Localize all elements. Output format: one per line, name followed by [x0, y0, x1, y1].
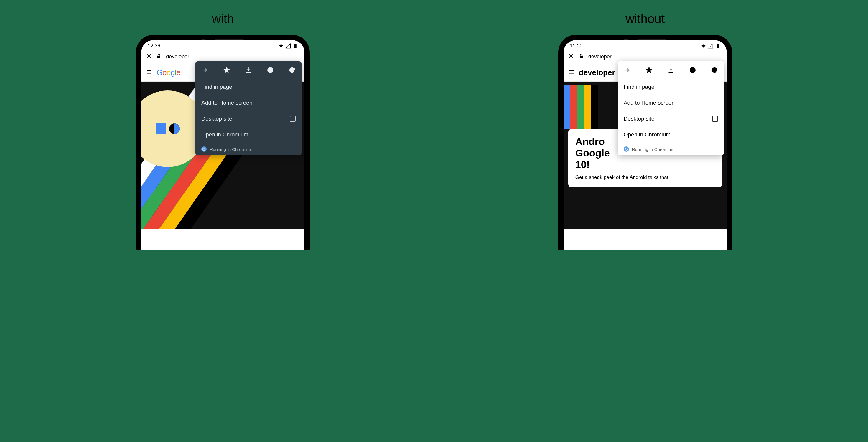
menu-add-home[interactable]: Add to Home screen: [195, 95, 302, 111]
menu-find-in-page[interactable]: Find in page: [195, 79, 302, 95]
svg-rect-5: [717, 44, 718, 44]
status-bar: 11:20: [563, 40, 727, 51]
desktop-site-checkbox[interactable]: [712, 116, 718, 122]
url-text[interactable]: developer: [166, 54, 189, 60]
clock: 11:20: [570, 43, 583, 49]
lock-icon: [578, 53, 584, 60]
menu-footer: Running in Chromium: [195, 143, 302, 155]
caption-with: with: [212, 12, 234, 26]
chromium-icon: [624, 147, 629, 152]
overflow-menu: Find in page Add to Home screen Desktop …: [618, 61, 724, 155]
signal-icon: [708, 43, 713, 49]
wifi-icon: [279, 43, 284, 49]
developers-logo: developer: [579, 68, 615, 77]
svg-rect-4: [716, 44, 719, 48]
menu-open-chromium[interactable]: Open in Chromium: [195, 127, 302, 143]
signal-icon: [286, 43, 291, 49]
phone-frame-right: 11:20 developer developer AndroGoogl: [558, 35, 732, 250]
hamburger-icon[interactable]: [568, 69, 575, 76]
caption-without: without: [625, 12, 664, 26]
menu-open-chromium[interactable]: Open in Chromium: [618, 127, 724, 143]
svg-rect-0: [294, 44, 297, 48]
forward-button[interactable]: [201, 66, 209, 74]
overflow-menu: Find in page Add to Home screen Desktop …: [195, 61, 302, 155]
forward-button[interactable]: [623, 66, 631, 74]
url-text[interactable]: developer: [588, 54, 612, 60]
desktop-site-checkbox[interactable]: [290, 116, 296, 122]
download-button[interactable]: [244, 66, 253, 74]
hero-subtitle: Get a sneak peek of the Android talks th…: [575, 175, 715, 180]
menu-footer: Running in Chromium: [618, 143, 724, 155]
menu-find-in-page[interactable]: Find in page: [618, 79, 724, 95]
download-button[interactable]: [667, 66, 675, 74]
status-bar: 12:36: [141, 40, 305, 51]
bookmark-button[interactable]: [645, 66, 653, 74]
battery-icon: [293, 43, 298, 49]
reload-button[interactable]: [710, 66, 719, 74]
clock: 12:36: [148, 43, 160, 49]
svg-rect-1: [295, 44, 296, 44]
battery-icon: [715, 43, 720, 49]
close-button[interactable]: [568, 53, 574, 60]
close-button[interactable]: [146, 53, 152, 60]
info-button[interactable]: [688, 66, 697, 74]
bookmark-button[interactable]: [222, 66, 231, 74]
chromium-icon: [201, 147, 207, 152]
menu-desktop-site[interactable]: Desktop site: [618, 111, 724, 127]
svg-rect-2: [157, 56, 160, 58]
info-button[interactable]: [266, 66, 274, 74]
google-logo: Google: [156, 68, 180, 77]
svg-rect-6: [580, 56, 583, 58]
menu-desktop-site[interactable]: Desktop site: [195, 111, 302, 127]
hamburger-icon[interactable]: [146, 69, 152, 76]
phone-frame-left: 12:36 developer Google: [136, 35, 310, 250]
wifi-icon: [701, 43, 706, 49]
menu-add-home[interactable]: Add to Home screen: [618, 95, 724, 111]
reload-button[interactable]: [288, 66, 296, 74]
lock-icon: [156, 53, 162, 60]
